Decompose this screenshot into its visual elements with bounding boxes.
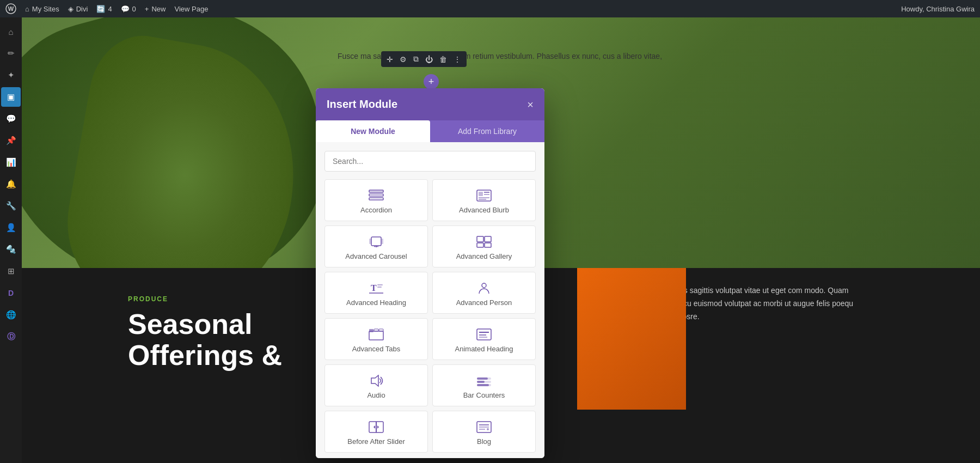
svg-point-17: [377, 246, 378, 247]
svg-rect-24: [377, 284, 383, 285]
sidebar-item-divi[interactable]: D: [1, 283, 21, 303]
modal-close-button[interactable]: ×: [527, 99, 534, 110]
wp-logo-item[interactable]: W: [5, 3, 16, 14]
svg-point-50: [487, 428, 489, 430]
sidebar-item-wrench[interactable]: 🔩: [1, 240, 21, 259]
advanced-person-icon: [476, 282, 492, 294]
modal-overlay: Insert Module × New Module Add From Libr…: [22, 17, 980, 463]
module-label-blog: Blog: [477, 437, 491, 446]
updates-icon: 🔄: [96, 5, 105, 13]
svg-rect-21: [485, 243, 491, 247]
svg-rect-3: [369, 194, 383, 196]
module-item-before-after-slider[interactable]: Before After Slider: [324, 411, 428, 453]
modal-tabs: New Module Add From Library: [316, 120, 544, 142]
module-label-animated-heading: Animated Heading: [455, 345, 513, 353]
divi-admin-icon: ◈: [68, 5, 74, 13]
module-item-animated-heading[interactable]: Animated Heading: [432, 318, 536, 360]
sidebar-item-globe[interactable]: 🌐: [1, 305, 21, 325]
audio-icon: [369, 375, 384, 387]
svg-rect-37: [477, 377, 488, 380]
updates-link[interactable]: 🔄 4: [96, 5, 112, 13]
module-item-advanced-carousel[interactable]: Advanced Carousel: [324, 226, 428, 267]
svg-marker-35: [371, 375, 378, 386]
sidebar-item-tool[interactable]: 🔧: [1, 196, 21, 216]
svg-rect-7: [479, 192, 483, 196]
svg-rect-28: [369, 329, 373, 332]
sidebar-item-star[interactable]: ✦: [1, 65, 21, 85]
svg-rect-31: [477, 329, 491, 340]
svg-marker-44: [373, 425, 375, 429]
blog-icon: [476, 421, 492, 433]
module-item-advanced-heading[interactable]: T Advanced Heading: [324, 272, 428, 314]
view-page-link[interactable]: View Page: [174, 5, 208, 13]
svg-text:T: T: [371, 283, 377, 293]
animated-heading-icon: [476, 328, 492, 340]
sidebar-item-user[interactable]: 👤: [1, 218, 21, 237]
svg-rect-39: [477, 381, 485, 383]
left-sidebar: ⌂ ✏ ✦ ▣ 💬 📌 📊 🔔 🔧 👤 🔩 ⊞ D 🌐 Ⓓ: [0, 17, 22, 463]
svg-rect-41: [477, 384, 489, 386]
module-item-accordion[interactable]: Accordion: [324, 179, 428, 221]
module-search-input[interactable]: [324, 151, 536, 172]
plus-icon: +: [145, 5, 149, 13]
admin-bar: W ⌂ My Sites ◈ Divi 🔄 4 💬 0 + New View P…: [0, 0, 980, 17]
module-label-advanced-heading: Advanced Heading: [346, 298, 406, 307]
user-greeting: Howdy, Christina Gwira: [901, 5, 975, 13]
module-item-blog[interactable]: Blog: [432, 411, 536, 453]
sidebar-item-bell[interactable]: 🔔: [1, 174, 21, 194]
advanced-tabs-icon: [369, 328, 384, 340]
sidebar-item-page[interactable]: ▣: [1, 87, 21, 107]
home-admin-icon: ⌂: [25, 5, 29, 13]
modal-header: Insert Module ×: [316, 88, 544, 120]
advanced-gallery-icon: [476, 236, 492, 248]
svg-point-15: [374, 246, 375, 247]
advanced-blurb-icon: [476, 190, 492, 202]
module-label-accordion: Accordion: [360, 206, 392, 214]
svg-rect-18: [477, 236, 483, 242]
tab-add-from-library[interactable]: Add From Library: [430, 120, 544, 142]
module-label-advanced-carousel: Advanced Carousel: [345, 252, 407, 260]
tab-new-module[interactable]: New Module: [316, 120, 430, 142]
modal-body: Accordion Advanced Blurb: [316, 142, 544, 458]
sidebar-item-chart[interactable]: 📊: [1, 153, 21, 172]
module-item-advanced-gallery[interactable]: Advanced Gallery: [432, 226, 536, 267]
comments-icon: 💬: [121, 5, 130, 13]
module-item-advanced-person[interactable]: Advanced Person: [432, 272, 536, 314]
svg-marker-45: [377, 425, 379, 429]
sidebar-item-home[interactable]: ⌂: [1, 22, 21, 41]
module-label-advanced-person: Advanced Person: [456, 298, 512, 307]
svg-point-26: [482, 283, 486, 288]
svg-point-16: [376, 246, 377, 247]
before-after-slider-icon: [369, 421, 384, 433]
module-label-advanced-gallery: Advanced Gallery: [456, 252, 512, 260]
svg-rect-20: [477, 243, 483, 247]
sidebar-item-comment[interactable]: 💬: [1, 109, 21, 129]
my-sites-link[interactable]: ⌂ My Sites: [25, 5, 59, 13]
module-item-bar-counters[interactable]: Bar Counters: [432, 364, 536, 406]
divi-link[interactable]: ◈ Divi: [68, 5, 88, 13]
new-link[interactable]: + New: [145, 5, 166, 13]
svg-rect-5: [369, 190, 383, 192]
module-item-audio[interactable]: Audio: [324, 364, 428, 406]
modal-title: Insert Module: [327, 98, 397, 111]
module-label-audio: Audio: [367, 391, 385, 399]
module-item-advanced-blurb[interactable]: Advanced Blurb: [432, 179, 536, 221]
sidebar-item-plus-box[interactable]: ⊞: [1, 261, 21, 281]
bar-counters-icon: [476, 375, 492, 387]
svg-rect-27: [369, 331, 383, 340]
module-label-before-after-slider: Before After Slider: [347, 437, 405, 446]
sidebar-item-edit[interactable]: ✏: [1, 44, 21, 63]
sidebar-item-pin[interactable]: 📌: [1, 131, 21, 150]
main-content: Fusce ma sagittis. Donec euismod sem ret…: [22, 17, 980, 463]
svg-rect-4: [369, 198, 383, 200]
module-item-advanced-tabs[interactable]: Advanced Tabs: [324, 318, 428, 360]
svg-text:W: W: [8, 5, 14, 12]
modules-grid: Accordion Advanced Blurb: [324, 179, 536, 453]
svg-rect-13: [369, 239, 371, 244]
svg-rect-19: [485, 236, 491, 242]
module-label-advanced-blurb: Advanced Blurb: [459, 206, 509, 214]
sidebar-item-divi-logo[interactable]: Ⓓ: [1, 327, 21, 346]
svg-rect-25: [377, 287, 382, 288]
comments-link[interactable]: 💬 0: [121, 5, 136, 13]
advanced-carousel-icon: [369, 236, 384, 248]
